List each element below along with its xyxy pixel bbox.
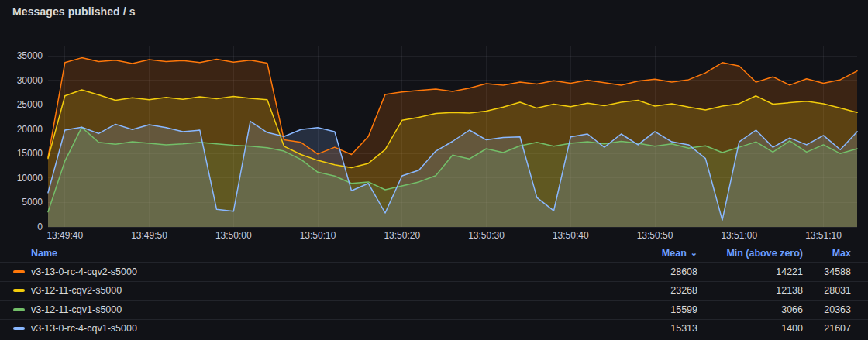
x-axis-tick-label: 13:50:30: [468, 230, 505, 241]
legend-series-name[interactable]: v3-13-0-rc-4-cqv1-s5000: [31, 323, 137, 334]
y-axis-tick-label: 25000: [17, 99, 43, 110]
legend-header-name[interactable]: Name: [0, 248, 604, 259]
legend-series-name[interactable]: v3-12-11-cqv1-s5000: [31, 304, 122, 315]
legend-max-value: 20363: [803, 304, 851, 315]
x-axis-tick-label: 13:50:20: [384, 230, 420, 241]
legend-series-cell: v3-13-0-rc-4-cqv1-s5000: [0, 323, 604, 334]
legend-header-mean[interactable]: Mean⌄: [604, 248, 698, 259]
legend-header-row: Name Mean⌄ Min (above zero) Max: [0, 245, 868, 262]
legend-min-value: 12138: [698, 285, 803, 296]
x-axis-tick-label: 13:50:10: [300, 230, 336, 241]
y-axis-tick-label: 5000: [22, 197, 43, 208]
legend-table: Name Mean⌄ Min (above zero) Max v3-13-0-…: [0, 245, 868, 338]
legend-row: v3-13-0-rc-4-cqv1-s500015313140021607: [0, 319, 868, 338]
series-color-swatch[interactable]: [13, 327, 25, 330]
x-axis-tick-label: 13:50:40: [553, 230, 589, 241]
legend-series-name[interactable]: v3-12-11-cqv2-s5000: [31, 285, 122, 296]
legend-row: v3-12-11-cqv2-s5000232681213828031: [0, 281, 868, 301]
legend-mean-value: 28608: [604, 266, 698, 277]
legend-min-value: 1400: [698, 323, 803, 334]
legend-row: v3-13-0-rc-4-cqv2-s5000286081422134588: [0, 262, 868, 281]
legend-series-cell: v3-12-11-cqv2-s5000: [0, 285, 604, 296]
legend-header-min-above-zero[interactable]: Min (above zero): [698, 248, 803, 259]
x-axis-tick-label: 13:49:40: [46, 230, 83, 241]
timeseries-chart[interactable]: 0500010000150002000025000300003500013:49…: [0, 33, 868, 245]
series-color-swatch[interactable]: [13, 270, 25, 273]
legend-max-value: 28031: [803, 285, 851, 296]
y-axis-tick-label: 15000: [17, 148, 43, 159]
panel-title[interactable]: Messages published / s: [12, 5, 136, 18]
x-axis-tick-label: 13:49:50: [131, 230, 167, 241]
legend-mean-value: 23268: [604, 285, 698, 296]
y-axis-tick-label: 0: [37, 222, 43, 232]
series-color-swatch[interactable]: [13, 308, 25, 311]
y-axis-tick-label: 10000: [17, 173, 43, 184]
y-axis-tick-label: 30000: [17, 75, 43, 86]
x-axis-tick-label: 13:50:50: [637, 230, 673, 241]
legend-bottom-separator: [0, 338, 868, 338]
x-axis-tick-label: 13:51:00: [721, 230, 757, 241]
legend-series-cell: v3-13-0-rc-4-cqv2-s5000: [0, 266, 604, 277]
y-axis-tick-label: 35000: [17, 50, 43, 61]
legend-series-name[interactable]: v3-13-0-rc-4-cqv2-s5000: [31, 266, 137, 277]
legend-header-max[interactable]: Max: [803, 248, 851, 259]
legend-max-value: 21607: [803, 323, 851, 334]
series-color-swatch[interactable]: [13, 289, 25, 292]
legend-rows: v3-13-0-rc-4-cqv2-s5000286081422134588v3…: [0, 262, 868, 338]
legend-series-cell: v3-12-11-cqv1-s5000: [0, 304, 604, 315]
legend-min-value: 14221: [698, 266, 803, 277]
x-axis-tick-label: 13:51:10: [805, 230, 842, 241]
grafana-panel: Messages published / s 05000100001500020…: [0, 0, 868, 340]
legend-min-value: 3066: [698, 304, 803, 315]
sort-caret-down-icon: ⌄: [691, 248, 698, 258]
legend-max-value: 34588: [803, 266, 851, 277]
legend-mean-value: 15313: [604, 323, 698, 334]
y-axis-tick-label: 20000: [17, 124, 43, 135]
x-axis-tick-label: 13:50:00: [215, 230, 252, 241]
legend-mean-value: 15599: [604, 304, 698, 315]
legend-row: v3-12-11-cqv1-s500015599306620363: [0, 300, 868, 319]
